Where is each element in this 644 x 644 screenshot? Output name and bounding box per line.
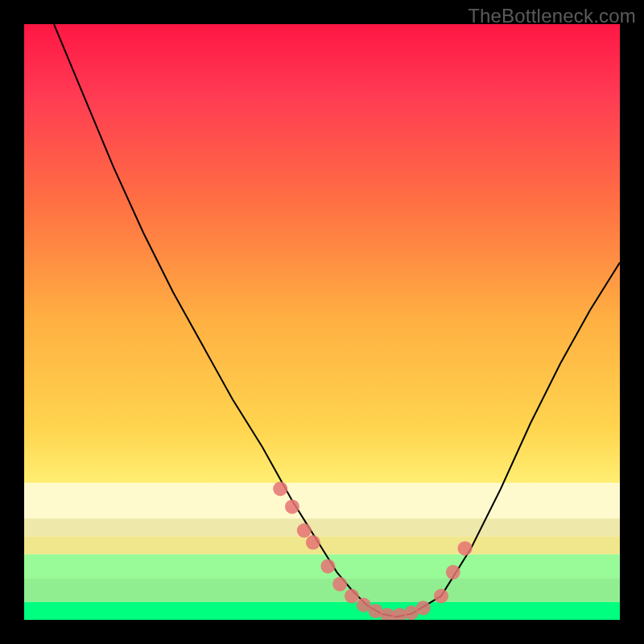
scatter-point (446, 565, 460, 580)
scatter-point (320, 559, 335, 573)
band-lemonchiffon (24, 483, 620, 518)
scatter-point (273, 481, 287, 496)
scatter-point (434, 588, 448, 603)
plot-area (24, 24, 620, 620)
chart-stage: TheBottleneck.com (0, 0, 644, 644)
scatter-point (416, 601, 431, 615)
scatter-point (332, 577, 347, 592)
chart-svg (24, 24, 620, 620)
scatter-point (345, 588, 359, 603)
bottom-band-group (24, 483, 620, 620)
band-khaki (24, 536, 620, 554)
band-lightgreen (24, 578, 620, 602)
watermark-text: TheBottleneck.com (468, 5, 636, 27)
scatter-point (306, 535, 320, 550)
band-palegoldenrod (24, 518, 620, 536)
scatter-point (458, 541, 473, 555)
band-springgreen (24, 602, 620, 620)
scatter-point (285, 499, 299, 514)
scatter-point (297, 523, 312, 538)
